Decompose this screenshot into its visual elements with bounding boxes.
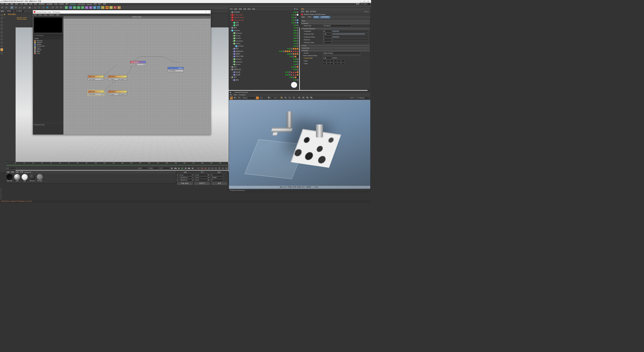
menu-item[interactable]: 脚本 — [94, 3, 97, 5]
attr-value-input[interactable]: 0 — [323, 39, 332, 41]
object-row[interactable]: ▸ Actions — [229, 63, 298, 66]
tool2-dd2[interactable]: 立方体域 — [15, 10, 24, 13]
mat-menu[interactable]: 创建 — [7, 171, 10, 173]
rv-aov-dropdown[interactable]: Beauty — [242, 97, 255, 99]
mode-tex-icon[interactable] — [0, 34, 4, 37]
node-rs-ramp[interactable]: RS Ramp InputOut Color — [108, 75, 127, 80]
mat-menu[interactable]: 编辑 — [11, 171, 14, 173]
rv-crop-icon[interactable]: ▣ — [268, 96, 271, 100]
mat-menu[interactable]: Cycles 4D — [24, 171, 31, 173]
rv-render-icon[interactable]: 🎬 — [230, 96, 233, 100]
close-button[interactable]: ✕ — [368, 1, 369, 2]
menu-item[interactable]: 体积 — [34, 3, 37, 5]
sg-canvas[interactable]: Shader Graph ⤢↙ RS Noise Out Color RS No… — [63, 16, 211, 134]
frame-end-input[interactable]: 250 F — [138, 167, 148, 169]
node-rs-ramp[interactable]: RS Ramp InputOut Color — [108, 90, 127, 96]
prim-gen-icon[interactable]: ◆ — [77, 6, 80, 10]
timeline-ruler[interactable]: 0102030405060708090100110120130140150160… — [6, 162, 228, 164]
menu-item[interactable]: 帮助 — [103, 3, 106, 5]
x-lock-icon[interactable]: X — [33, 6, 37, 10]
section-fractal[interactable]: ▾ Fractal/Turbulence — [301, 28, 370, 30]
coord-rot-input[interactable]: 0 ° — [211, 174, 223, 176]
attr-value-input[interactable]: 0 — [323, 41, 332, 44]
object-row[interactable]: ▸ Redshift Volume — [229, 16, 298, 19]
prim-cube-icon[interactable]: ◧ — [65, 6, 68, 10]
menu-item[interactable]: Redshift — [87, 4, 92, 5]
source-dropdown[interactable]: Object Position — [323, 52, 360, 54]
attr-menu[interactable]: 模式 — [301, 11, 304, 13]
object-row[interactable]: ▸ xpSystem — [229, 29, 298, 32]
vp-tabs[interactable]: 查看 摄像机 — [7, 13, 17, 16]
k6-icon[interactable]: ◇ — [225, 167, 228, 169]
menu-item[interactable]: 角色 — [54, 3, 57, 5]
attr-value-input[interactable]: 1.36 — [323, 33, 332, 35]
coord-size-dropdown[interactable]: 绝对尺寸 — [194, 182, 210, 185]
section-noise[interactable]: Noise — [301, 20, 370, 22]
rv-snap1-icon[interactable]: ▧ — [298, 96, 301, 100]
object-row[interactable]: ▸ 灯光目标 — [229, 11, 298, 14]
rv-auto-dropdown[interactable]: < Auto > — [272, 97, 279, 99]
om-menu[interactable]: 对象 — [243, 8, 246, 10]
world-icon[interactable]: 🌐 — [46, 6, 49, 10]
attr-menu[interactable]: 用户数据 — [310, 11, 316, 13]
scale-z-input[interactable]: 4 — [337, 60, 345, 62]
material-swatch[interactable]: RS Mate — [6, 174, 13, 182]
menu-item[interactable]: 插件 — [65, 3, 68, 5]
coord-size-input[interactable]: 0 cm — [195, 174, 208, 176]
overall-scale-slider[interactable] — [332, 57, 369, 59]
overall-scale-input[interactable]: 0.36 — [323, 57, 332, 59]
object-row[interactable]: ▸ Modifiers — [229, 58, 298, 60]
k1-icon[interactable]: ◇ — [208, 167, 210, 169]
rv-snap3-icon[interactable]: ▦ — [306, 96, 309, 100]
noise-type-dropdown[interactable]: Turbulence — [323, 25, 352, 27]
attr-menu[interactable]: 编辑 — [306, 11, 309, 13]
object-row[interactable]: ▸ Dynamics — [229, 32, 298, 34]
sg-close-button[interactable]: ✕ — [209, 11, 210, 13]
object-row[interactable]: ▸ 台子 — [229, 76, 298, 79]
mode-edge-icon[interactable] — [0, 27, 4, 30]
z-lock-icon[interactable]: Z — [41, 6, 45, 10]
attr-value-input[interactable]: 20 — [323, 30, 332, 32]
undo-icon[interactable]: ↶ — [1, 6, 4, 10]
mat-menu[interactable]: 纹理 — [20, 171, 23, 173]
menu-item[interactable]: 文件 — [1, 3, 4, 5]
material-swatch[interactable]: RS Volu — [29, 174, 35, 182]
material-swatch[interactable]: RS Mate — [36, 174, 43, 182]
y-lock-icon[interactable]: Y — [37, 6, 41, 10]
minimize-button[interactable]: — — [359, 1, 361, 2]
prim-env-icon[interactable]: ◧ — [93, 6, 97, 10]
sg-expand-icon[interactable]: ⤢ — [207, 17, 209, 18]
object-row[interactable]: ▸ RS Dome Light — [229, 19, 298, 21]
psr-icon[interactable]: PSR — [105, 6, 109, 10]
sg-menu-item[interactable]: Tools — [44, 14, 47, 16]
sg-category[interactable]: Environment — [34, 45, 62, 47]
menu-item[interactable]: 创建 — [10, 3, 13, 5]
mode-workplane-icon[interactable] — [0, 38, 4, 41]
coord-pos-input[interactable]: 0 cm — [179, 174, 192, 176]
frame-start-input[interactable]: 0 F — [6, 167, 16, 169]
rv-sphere-icon[interactable]: ● — [256, 96, 259, 100]
prev-frame-icon[interactable]: ◀ — [178, 167, 180, 169]
scale-tool-icon[interactable]: ⤢ — [18, 6, 22, 10]
menu-item[interactable]: 选择 — [15, 3, 18, 5]
frame-cur2-input[interactable]: 0 F — [159, 167, 170, 169]
rec-icon[interactable]: ● — [197, 167, 200, 169]
rv-star-icon[interactable]: ✦ — [288, 96, 292, 100]
mode-poly-icon[interactable] — [0, 31, 4, 34]
node-rs-noise-selected[interactable]: RS Noise Out Color — [88, 90, 104, 96]
sg-category[interactable]: Lights — [34, 47, 62, 49]
menu-item[interactable]: INSYDIUM — [78, 4, 85, 5]
menu-item[interactable]: 运动图形 — [39, 3, 45, 5]
render-region-icon[interactable]: 🎬 — [55, 6, 59, 10]
section-general2[interactable]: ▾ General — [301, 50, 370, 52]
render-settings-icon[interactable]: 🎬 — [59, 6, 63, 10]
object-row[interactable]: ▸ 池子 — [229, 48, 298, 50]
extra2-icon[interactable]: ◧ — [113, 6, 117, 10]
prim-pen-icon[interactable]: ✎ — [69, 6, 72, 10]
sg-menu-item[interactable]: View — [38, 14, 42, 16]
menu-item[interactable]: 纹理 — [29, 3, 32, 5]
section-coordinates[interactable]: Coordinates — [301, 47, 370, 49]
rotate-tool-icon[interactable]: ⟳ — [22, 6, 26, 10]
om-menu[interactable]: 文件 — [230, 8, 233, 10]
offset-x-input[interactable]: 0 — [323, 63, 330, 65]
